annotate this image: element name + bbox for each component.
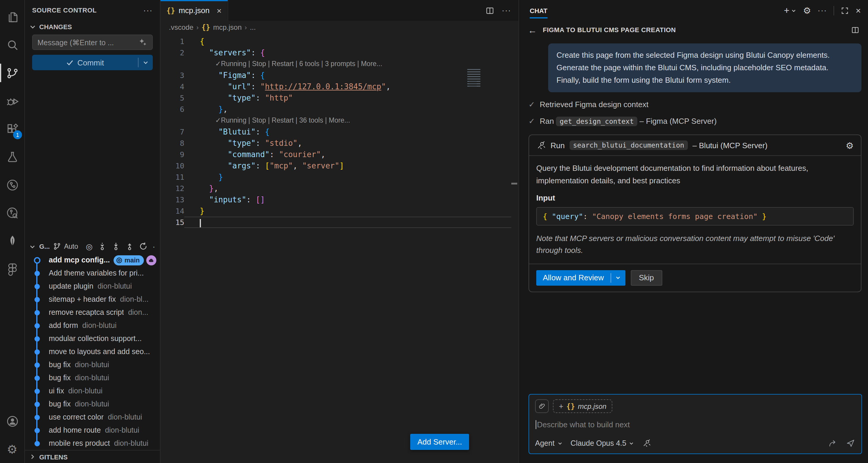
agent-step[interactable]: ✓ Retrieved Figma design context xyxy=(529,100,862,109)
commit-author: dion... xyxy=(128,308,156,317)
commit-row[interactable]: sitemap + header fixdion-bl... xyxy=(25,293,160,306)
back-arrow-icon[interactable]: ← xyxy=(528,25,537,35)
search-icon[interactable] xyxy=(0,31,24,59)
refresh-icon[interactable] xyxy=(139,242,147,251)
add-server-button[interactable]: Add Server... xyxy=(410,434,469,450)
code-line[interactable]: 15 xyxy=(160,216,519,228)
code-line[interactable]: 11 } xyxy=(160,171,519,183)
commit-dropdown[interactable] xyxy=(138,59,153,66)
commit-message: add form xyxy=(49,321,78,330)
code-line[interactable]: 9 "command": "courier", xyxy=(160,149,519,160)
tab-close-icon[interactable]: × xyxy=(217,6,221,15)
gitlens-section-header[interactable]: GITLENS xyxy=(25,450,160,463)
commit-row[interactable]: add home routedion-blutui xyxy=(25,424,160,437)
codelens[interactable]: ✓Running | Stop | Restart | 6 tools | 3 … xyxy=(160,58,519,69)
commit-row[interactable]: mobile res productdion-blutui xyxy=(25,437,160,450)
commit-author: dion-blutui xyxy=(75,360,156,369)
explorer-icon[interactable] xyxy=(0,3,24,31)
run-debug-icon[interactable] xyxy=(0,87,24,115)
attach-button[interactable] xyxy=(535,399,549,413)
send-icon[interactable] xyxy=(845,438,856,448)
sidebar-title: SOURCE CONTROL xyxy=(32,6,97,14)
commit-row[interactable]: update plugindion-blutui xyxy=(25,280,160,293)
new-chat-button[interactable]: + xyxy=(784,6,797,15)
commit-button[interactable]: Commit xyxy=(32,55,153,70)
model-picker[interactable]: Claude Opus 4.5 xyxy=(570,439,634,447)
commit-row[interactable]: Add theme variables for pri... xyxy=(25,267,160,280)
code-line[interactable]: 10 "args": ["mcp", "server"] xyxy=(160,160,519,171)
tab-chat[interactable]: CHAT xyxy=(530,0,547,21)
minimap[interactable] xyxy=(467,69,480,88)
commit-row[interactable]: move to layouts and add seo... xyxy=(25,345,160,358)
close-panel-icon[interactable]: × xyxy=(856,6,861,15)
chat-input-field[interactable]: Describe what to build next xyxy=(536,420,856,429)
code-line[interactable]: 6 }, xyxy=(160,104,519,115)
code-line[interactable]: 12 }, xyxy=(160,183,519,194)
commit-row[interactable]: bug fixdion-blutui xyxy=(25,371,160,384)
settings-gear-icon[interactable]: ⚙ xyxy=(0,435,24,463)
commit-message-input[interactable]: Message (⌘Enter to ... xyxy=(32,34,153,50)
pull-icon[interactable] xyxy=(112,242,120,251)
allow-dropdown[interactable] xyxy=(611,274,625,281)
split-editor-icon[interactable] xyxy=(485,6,495,15)
chat-settings-gear-icon[interactable]: ⚙ xyxy=(803,6,811,15)
commit-row[interactable]: remove recaptca scriptdion... xyxy=(25,306,160,319)
mode-picker[interactable]: Agent xyxy=(535,439,563,447)
commit-row[interactable]: modular collection support... xyxy=(25,332,160,345)
code-editor[interactable]: 1{2 "servers": {✓Running | Stop | Restar… xyxy=(160,34,519,463)
agent-step[interactable]: ✓ Ran get_design_context – Figma (MCP Se… xyxy=(529,117,862,126)
code-line[interactable]: 3 "Figma": { xyxy=(160,69,519,81)
allow-and-review-button[interactable]: Allow and Review xyxy=(536,270,625,286)
testing-icon[interactable] xyxy=(0,143,24,171)
open-in-editor-icon[interactable] xyxy=(851,25,860,34)
extensions-icon[interactable]: 1 xyxy=(0,115,24,143)
code-line[interactable]: 7 "Blutui": { xyxy=(160,126,519,138)
chat-input-box[interactable]: + {} mcp.json Describe what to build nex… xyxy=(529,394,862,454)
tab-mcp-json[interactable]: {} mcp.json × xyxy=(160,0,228,21)
commit-row[interactable]: bug fixdion-blutui xyxy=(25,398,160,411)
commit-row[interactable]: ui fixdion-blutui xyxy=(25,384,160,398)
push-icon[interactable] xyxy=(125,242,133,251)
forward-arrow-icon[interactable] xyxy=(828,438,838,448)
tools-icon[interactable] xyxy=(642,439,651,447)
maximize-icon[interactable] xyxy=(841,6,849,15)
breadcrumb-symbol[interactable]: ... xyxy=(250,23,256,32)
codelens[interactable]: ✓Running | Stop | Restart | 36 tools | M… xyxy=(160,115,519,126)
breadcrumb-folder[interactable]: .vscode xyxy=(169,23,193,32)
breadcrumb[interactable]: .vscode › {} mcp.json › ... xyxy=(160,21,519,34)
code-line[interactable]: 14} xyxy=(160,205,519,216)
code-line[interactable]: 4 "url": "http://127.0.0.1:3845/mcp", xyxy=(160,81,519,92)
gitlens-icon[interactable] xyxy=(0,199,24,227)
chat-more-icon[interactable]: ··· xyxy=(817,6,827,15)
graph-more-icon[interactable]: · xyxy=(153,242,155,251)
figma-icon[interactable] xyxy=(0,255,24,283)
tab-label: mcp.json xyxy=(179,6,210,15)
sparkle-icon[interactable] xyxy=(138,37,148,47)
code-line[interactable]: 2 "servers": { xyxy=(160,47,519,58)
fetch-icon[interactable] xyxy=(98,242,106,251)
skip-button[interactable]: Skip xyxy=(630,270,662,286)
changes-section-header[interactable]: CHANGES xyxy=(25,20,160,33)
code-line[interactable]: 13 "inputs": [] xyxy=(160,194,519,205)
mongodb-icon[interactable] xyxy=(0,227,24,255)
branch-badge[interactable]: main xyxy=(114,255,144,265)
commit-row[interactable]: bug fixdion-blutui xyxy=(25,358,160,371)
git-graph-icon[interactable] xyxy=(0,171,24,199)
commit-row[interactable]: use correct colordion-blutui xyxy=(25,411,160,424)
commit-row[interactable]: add mcp config...main xyxy=(25,254,160,267)
sidebar-more-icon[interactable]: ··· xyxy=(143,6,153,15)
graph-section-header[interactable]: G... Auto ◎ · xyxy=(25,239,160,254)
cloud-badge[interactable] xyxy=(146,255,156,265)
target-icon[interactable]: ◎ xyxy=(86,242,93,251)
account-icon[interactable] xyxy=(0,407,24,435)
editor-more-icon[interactable]: ··· xyxy=(502,6,511,15)
tools-icon xyxy=(536,141,546,150)
code-line[interactable]: 5 "type": "http" xyxy=(160,92,519,104)
code-line[interactable]: 8 "type": "stdio", xyxy=(160,138,519,149)
tool-settings-gear-icon[interactable]: ⚙ xyxy=(846,141,854,150)
source-control-icon[interactable] xyxy=(0,59,24,87)
code-line[interactable]: 1{ xyxy=(160,36,519,47)
commit-row[interactable]: add formdion-blutui xyxy=(25,319,160,332)
attached-context-pill[interactable]: + {} mcp.json xyxy=(553,399,612,413)
breadcrumb-file[interactable]: mcp.json xyxy=(213,23,242,32)
